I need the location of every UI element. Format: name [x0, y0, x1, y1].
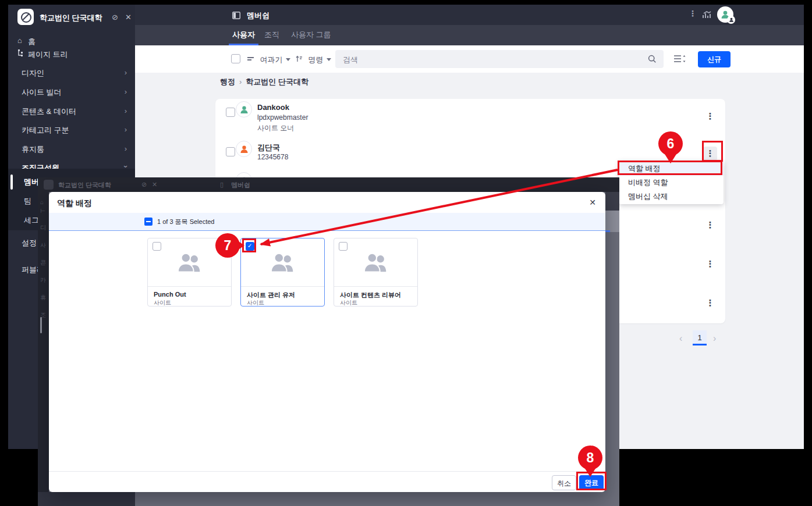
user-role: 사이트 오너: [257, 123, 294, 133]
annotation-pin-8: 8: [578, 446, 602, 470]
tab-organizations[interactable]: 조직: [264, 25, 279, 45]
annotation-box-kebab: [702, 141, 723, 162]
dimmed-site-title: 학교법인 단국대학: [58, 181, 111, 190]
pagination-next-icon[interactable]: ›: [713, 333, 716, 344]
user-avatar: [236, 101, 252, 117]
chevron-right-icon: ›: [125, 144, 127, 153]
annotation-pin-6: 6: [658, 131, 683, 156]
dimmed-panel-icon: ▯: [220, 181, 224, 188]
site-logo[interactable]: [17, 9, 34, 25]
display-style-icon[interactable]: [673, 55, 686, 65]
filter-dropdown[interactable]: 여과기: [247, 54, 290, 65]
breadcrumb: 행정›학교법인 단국대학: [220, 77, 309, 87]
chevron-down-icon: ›: [121, 165, 130, 168]
analytics-icon[interactable]: [702, 10, 712, 22]
annotation-pin-8-tail: [584, 468, 596, 477]
sidebar-item-content-data[interactable]: 콘텐츠 & 데이터›: [8, 104, 135, 119]
search-placeholder: 검색: [343, 55, 358, 65]
user-name[interactable]: Dankook: [257, 103, 289, 112]
sidebar-item-site-builder[interactable]: 사이트 빌더›: [8, 84, 135, 99]
management-toolbar: 여과기 명령 검색 신규: [135, 45, 804, 73]
page-title: 멤버쉽: [247, 10, 270, 21]
sidebar-item-page-tree[interactable]: 페이지 트리: [8, 47, 135, 62]
tab-bar: 사용자 조직 사용자 그룹: [135, 25, 804, 45]
select-all-checkbox[interactable]: [231, 54, 240, 63]
sidebar-header: 학교법인 단국대학 ⊘ ✕: [8, 5, 135, 30]
breadcrumb-current: 학교법인 단국대학: [246, 77, 309, 86]
dimmed-header: 학교법인 단국대학 ⊘ ✕ ▯ 멤버쉽: [38, 177, 619, 192]
sidebar-site-title: 학교법인 단국대학: [40, 13, 102, 23]
role-card-site-content-reviewer[interactable]: 사이트 컨텐츠 리뷰어 사이트: [334, 238, 418, 307]
sort-icon: [296, 54, 305, 64]
pagination-page-1[interactable]: 1: [693, 330, 707, 345]
canvas: { "sidebar": { "title": "학교법인 단국대학", "ho…: [0, 0, 812, 506]
tab-users[interactable]: 사용자: [232, 25, 255, 45]
dimmed-app-title: 멤버쉽: [231, 181, 250, 190]
row-checkbox[interactable]: [226, 108, 235, 117]
chevron-right-icon: ›: [125, 87, 127, 96]
app-header: 멤버쉽 ⋮: [135, 5, 804, 25]
user-avatar: [236, 141, 252, 157]
annotation-pin-7: 7: [215, 233, 240, 258]
dimmed-right-strip: [605, 192, 619, 211]
home-icon: ⌂: [17, 37, 26, 45]
chevron-right-icon: ›: [125, 125, 127, 134]
selection-count: 1 of 3 품목 Selected: [157, 218, 214, 226]
filter-icon: [247, 56, 254, 62]
add-new-button[interactable]: 신규: [698, 51, 731, 67]
tab-user-groups[interactable]: 사용자 그룹: [291, 25, 331, 45]
row-checkbox[interactable]: [226, 147, 235, 156]
card-checkbox[interactable]: [153, 242, 161, 251]
header-kebab-icon[interactable]: ⋮: [689, 9, 697, 18]
dimmed-tab-underline: [605, 230, 610, 232]
dimmed-scrollbar: [40, 317, 42, 333]
sidebar-item-recycle-bin[interactable]: 휴지통›: [8, 141, 135, 156]
modal-selection-bar: 1 of 3 품목 Selected: [49, 213, 605, 231]
select-all-checkbox[interactable]: [144, 218, 153, 226]
row-actions-kebab-icon[interactable]: ⋮: [703, 257, 717, 271]
modal-overlay-shot: 학교법인 단국대학 ⊘ ✕ ▯ 멤버쉽 ⌂ ⊢ 디 사 콘 카 휴 조 역할 배…: [38, 177, 619, 506]
row-actions-kebab-icon[interactable]: ⋮: [703, 109, 717, 123]
pagination-prev-icon[interactable]: ‹: [679, 333, 682, 344]
user-name[interactable]: 김단국: [257, 142, 280, 153]
user-screenname: lpdxpwebmaster: [257, 113, 308, 122]
avatar[interactable]: [717, 6, 733, 23]
dimmed-block-icon: ⊘: [141, 181, 147, 188]
modal-close-icon[interactable]: ✕: [589, 198, 596, 207]
row-actions-kebab-icon[interactable]: ⋮: [703, 218, 717, 232]
table-row[interactable]: Dankook lpdxpwebmaster 사이트 오너 ⋮: [215, 101, 725, 138]
liferay-logo-icon: [21, 12, 31, 23]
cancel-button[interactable]: 취소: [552, 475, 576, 490]
annotation-pin-6-tail: [665, 154, 676, 163]
sidebar-item-design[interactable]: 디자인›: [8, 65, 135, 80]
card-checkbox[interactable]: [339, 242, 348, 251]
row-actions-kebab-icon[interactable]: ⋮: [703, 296, 717, 310]
sidebar-item-categorization[interactable]: 카테고리 구분›: [8, 122, 135, 137]
caret-down-icon: [327, 58, 331, 61]
user-screenname: 12345678: [257, 153, 288, 161]
product-menu-icon[interactable]: [232, 11, 240, 22]
menu-item-unassign-roles[interactable]: 비배정 역할: [619, 176, 724, 190]
block-icon[interactable]: ⊘: [112, 13, 118, 22]
dimmed-right-strip: [605, 211, 619, 232]
search-input[interactable]: 검색: [335, 50, 664, 68]
modal-title: 역할 배정: [57, 198, 92, 209]
search-icon[interactable]: [648, 55, 657, 66]
dimmed-tree-icon: ⊢: [40, 208, 45, 214]
close-sidebar-icon[interactable]: ✕: [125, 13, 132, 22]
impersonation-badge: [727, 16, 735, 24]
page-tree-icon: [17, 49, 26, 58]
breadcrumb-root[interactable]: 행정: [220, 77, 235, 86]
dimmed-close-icon: ✕: [152, 181, 157, 188]
dimmed-sidebar-bottom: [38, 492, 135, 506]
order-dropdown[interactable]: 명령: [296, 54, 331, 65]
dimmed-logo: [44, 180, 54, 190]
menu-item-delete-membership[interactable]: 멤버십 삭제: [619, 190, 724, 204]
assign-roles-modal: 역할 배정 ✕ 1 of 3 품목 Selected Punch Out 사이트…: [49, 192, 605, 492]
dimmed-sidebar: ⌂ ⊢ 디 사 콘 카 휴 조: [38, 192, 49, 506]
dimmed-home-icon: ⌂: [40, 199, 44, 205]
chevron-right-icon: ›: [125, 68, 127, 77]
caret-down-icon: [286, 58, 290, 61]
modal-footer: 취소 완료: [49, 471, 605, 492]
chevron-right-icon: ›: [125, 106, 127, 115]
